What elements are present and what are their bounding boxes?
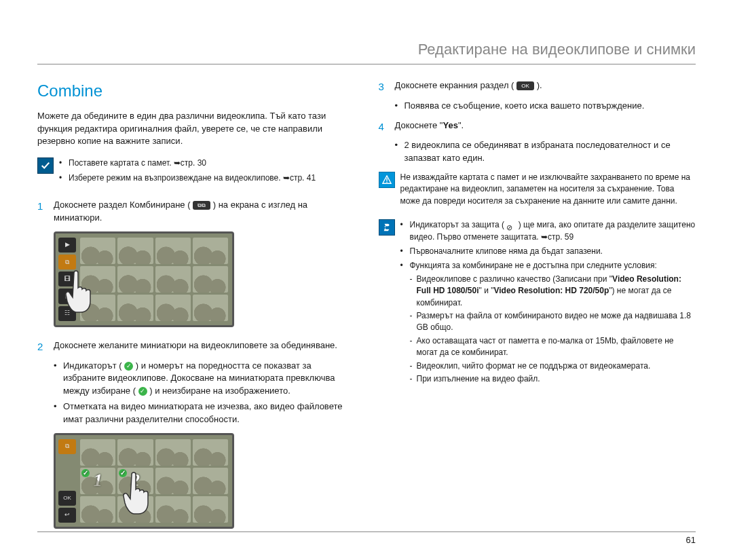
step-2-sublist: Индикаторът ( ✓ ) и номерът на поредност… [54,360,355,426]
sub-item: Индикаторът ( ✓ ) и номерът на поредност… [54,360,355,398]
sub-item: Отметката на видео миниатюрата не изчезв… [54,400,355,426]
text: Видеоклипове с различно качество (Записа… [417,274,613,284]
subsub-item: При изпълнение на видео файл. [410,373,696,385]
text: Докоснете " [395,120,443,130]
thumbnail [193,468,228,494]
side-btn-play-icon: ▶ [58,238,76,253]
preparation-box: Поставете картата с памет. ➥стр. 30 Избе… [37,157,355,187]
step-3: 3 Докоснете екранния раздел ( OK ). [379,79,696,94]
thumbnail [155,468,191,494]
text: Индикаторът за защита ( [410,220,505,229]
step-text: Докоснете раздел Комбиниране ( ⧉⧉ ) на е… [54,199,355,225]
step-text: Докоснете "Yes". [395,119,696,134]
check-circle-icon: ✓ [138,387,147,396]
bold-text: Video Resolution: HD 720/50p [493,286,609,295]
thumbnail [117,238,153,264]
prep-item: Изберете режим на възпроизвеждане на вид… [59,172,316,184]
text: ) и неизбиране на изображението. [149,386,290,396]
right-column: 3 Докоснете екранния раздел ( OK ). Появ… [379,79,696,541]
text: Докоснете раздел Комбиниране ( [54,200,191,210]
check-circle-icon: ✓ [124,362,133,371]
thumbnail [155,496,191,523]
side-toolbar: ▶ ⧉ 🎞 🗑 ☷ [58,238,76,321]
svg-rect-0 [386,178,387,181]
step-3-sublist: Появява се съобщение, което иска вашето … [395,100,696,113]
ok-button: OK [58,491,76,506]
intro-paragraph: Можете да обедините в един два различни … [37,110,355,149]
side-btn-trash-icon: 🗑 [58,288,76,303]
thumbnail-grid [80,238,228,321]
thumbnail [80,439,115,466]
thumbnail [155,439,191,466]
step-number: 1 [37,199,47,225]
svg-rect-1 [386,182,387,183]
thumbnail [155,238,191,264]
section-heading: Combine [37,79,355,103]
info-item: Първоначалните клипове няма да бъдат зап… [400,246,696,257]
step-number: 2 [37,339,47,354]
thumbnail-selected: 1 [80,468,115,494]
back-button-icon: ↩ [58,508,76,523]
thumbnail [193,266,228,293]
text: " и " [479,286,494,295]
lock-icon [506,222,516,229]
check-icon [37,157,54,174]
info-item: Индикаторът за защита ( ) ще мига, ако о… [400,219,696,243]
info-icon [379,219,395,236]
thumbnail [117,266,153,293]
two-column-layout: Combine Можете да обедините в един два р… [37,79,696,541]
warning-icon [379,172,395,188]
subsub-item: Размерът на файла от комбинираното видео… [410,310,696,334]
step-text: Докоснете желаните миниатюри на видеокли… [54,339,355,354]
warning-text: Не изваждайте картата с памет и не изклю… [400,172,696,207]
thumbnail [117,295,153,321]
selection-badge: 2 [117,468,153,494]
side-toolbar: ⧉ OK ↩ [58,439,76,523]
text: Докоснете екранния раздел ( [395,80,514,90]
info-block: Индикаторът за защита ( ) ще мига, ако о… [379,219,696,388]
text: ). [537,80,542,90]
thumbnail [80,238,115,264]
step-number: 3 [379,79,388,94]
combine-icon: ⧉⧉ [193,201,210,210]
thumbnail-grid: 1 2 [80,439,228,523]
selection-badge: 1 [80,468,115,494]
thumbnail [155,295,191,321]
thumbnail [155,266,191,293]
text: Функцията за комбиниране не е достъпна п… [410,261,657,270]
step-text: Докоснете екранния раздел ( OK ). [395,79,696,94]
thumbnail [80,295,115,321]
info-list: Индикаторът за защита ( ) ще мига, ако о… [400,219,696,388]
bold-text: Yes [443,120,458,130]
step-1: 1 Докоснете раздел Комбиниране ( ⧉⧉ ) на… [37,199,355,225]
thumbnail [193,496,228,523]
subsub-item: Видеоклипове с различно качество (Записа… [410,274,696,309]
thumbnail [193,439,228,466]
thumbnail [80,266,115,293]
ok-icon: OK [516,81,534,90]
side-btn-movie-icon: 🎞 [58,272,76,286]
thumbnail [117,496,153,523]
thumbnail [80,496,115,523]
info-item: Функцията за комбиниране не е достъпна п… [400,260,696,385]
step-2: 2 Докоснете желаните миниатюри на видеок… [37,339,355,354]
thumbnail [193,238,228,264]
text: Индикаторът ( [63,360,122,371]
thumbnail [193,295,228,321]
spacer [58,456,76,489]
step-number: 4 [379,119,388,134]
text: ". [458,120,464,130]
ui-screenshot-2: ⧉ OK ↩ 1 2 [54,433,234,529]
page-header-title: Редактиране на видеоклипове и снимки [37,41,696,64]
subsub-item: Видеоклип, чийто формат не се поддържа о… [410,360,696,372]
prep-list: Поставете картата с памет. ➥стр. 30 Избе… [59,157,316,187]
sub-item: 2 видеоклипа се обединяват в избраната п… [395,139,696,165]
side-btn-combine-icon: ⧉ [58,439,76,454]
sub-item: Появява се съобщение, което иска вашето … [395,100,696,113]
thumbnail [117,439,153,466]
thumbnail-selected: 2 [117,468,153,494]
subsub-item: Ако оставащата част от паметта е по-малк… [410,335,696,359]
side-btn-settings-icon: ☷ [58,306,76,321]
page-number: 61 [37,531,696,545]
info-subsub-list: Видеоклипове с различно качество (Записа… [410,274,696,386]
